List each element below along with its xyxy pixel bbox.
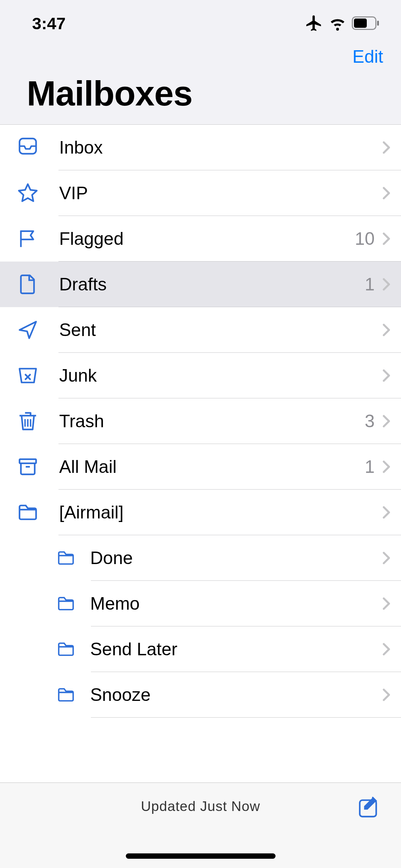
- chevron-right-icon: [382, 186, 390, 200]
- toolbar: Updated Just Now: [0, 782, 401, 868]
- svg-rect-2: [377, 21, 379, 26]
- status-time: 3:47: [32, 14, 66, 33]
- star-icon: [16, 181, 40, 205]
- mailbox-row-trash[interactable]: Trash3: [0, 398, 401, 444]
- mailbox-row-memo[interactable]: Memo: [0, 581, 401, 626]
- folder-icon: [16, 501, 40, 524]
- folder-icon: [55, 684, 77, 706]
- home-indicator: [126, 853, 276, 859]
- mailbox-count: 1: [365, 274, 375, 295]
- mailbox-label: Send Later: [90, 639, 382, 660]
- page-title: Mailboxes: [27, 73, 401, 114]
- mailbox-row-airmail[interactable]: [Airmail]: [0, 490, 401, 535]
- draft-icon: [16, 273, 40, 296]
- chevron-right-icon: [382, 232, 390, 246]
- mailbox-label: Snooze: [90, 684, 382, 705]
- status-bar: 3:47: [0, 0, 401, 46]
- archive-icon: [16, 455, 40, 479]
- mailbox-count: 3: [365, 411, 375, 432]
- nav-bar: Edit: [0, 46, 401, 73]
- mailbox-label: VIP: [59, 183, 382, 203]
- chevron-right-icon: [382, 460, 390, 474]
- flag-icon: [16, 227, 40, 250]
- mailbox-label: Done: [90, 548, 382, 568]
- chevron-right-icon: [382, 278, 390, 291]
- sent-icon: [16, 318, 40, 342]
- mailbox-label: Sent: [59, 320, 382, 340]
- compose-button[interactable]: [357, 795, 381, 819]
- title-bar: Mailboxes: [0, 73, 401, 124]
- chevron-right-icon: [382, 688, 390, 702]
- chevron-right-icon: [382, 506, 390, 519]
- folder-icon: [55, 639, 77, 660]
- mailbox-row-sent[interactable]: Sent: [0, 307, 401, 353]
- mailbox-count: 10: [355, 228, 375, 249]
- junk-icon: [16, 364, 40, 387]
- mailbox-row-all-mail[interactable]: All Mail1: [0, 444, 401, 490]
- chevron-right-icon: [382, 597, 390, 610]
- folder-icon: [55, 547, 77, 569]
- mailbox-label: Flagged: [59, 228, 355, 249]
- mailbox-label: All Mail: [59, 456, 365, 477]
- mailbox-row-vip[interactable]: VIP: [0, 170, 401, 216]
- mailbox-list: InboxVIPFlagged10Drafts1SentJunkTrash3Al…: [0, 124, 401, 782]
- wifi-icon: [329, 15, 346, 32]
- chevron-right-icon: [382, 551, 390, 565]
- airplane-icon: [305, 14, 323, 32]
- mailbox-label: Drafts: [59, 274, 365, 295]
- mailbox-row-junk[interactable]: Junk: [0, 353, 401, 398]
- chevron-right-icon: [382, 369, 390, 382]
- chevron-right-icon: [382, 323, 390, 337]
- mailbox-row-done[interactable]: Done: [0, 535, 401, 581]
- svg-rect-1: [354, 19, 367, 28]
- mailbox-row-inbox[interactable]: Inbox: [0, 125, 401, 170]
- mailbox-label: Junk: [59, 365, 382, 386]
- chevron-right-icon: [382, 141, 390, 154]
- mailbox-label: Memo: [90, 593, 382, 614]
- trash-icon: [16, 409, 40, 433]
- inbox-icon: [16, 136, 40, 159]
- status-icons: [305, 14, 380, 32]
- mailbox-count: 1: [365, 456, 375, 477]
- edit-button[interactable]: Edit: [353, 46, 383, 67]
- folder-icon: [55, 593, 77, 614]
- mailbox-row-snooze[interactable]: Snooze: [0, 672, 401, 718]
- mailbox-row-drafts[interactable]: Drafts1: [0, 262, 401, 307]
- mailbox-label: Inbox: [59, 137, 382, 158]
- chevron-right-icon: [382, 642, 390, 656]
- mailbox-row-flagged[interactable]: Flagged10: [0, 216, 401, 262]
- chevron-right-icon: [382, 414, 390, 428]
- battery-icon: [352, 16, 380, 30]
- mailbox-label: [Airmail]: [59, 502, 382, 523]
- updated-status: Updated Just Now: [141, 799, 260, 814]
- mailbox-row-send-later[interactable]: Send Later: [0, 626, 401, 672]
- mailbox-label: Trash: [59, 411, 365, 432]
